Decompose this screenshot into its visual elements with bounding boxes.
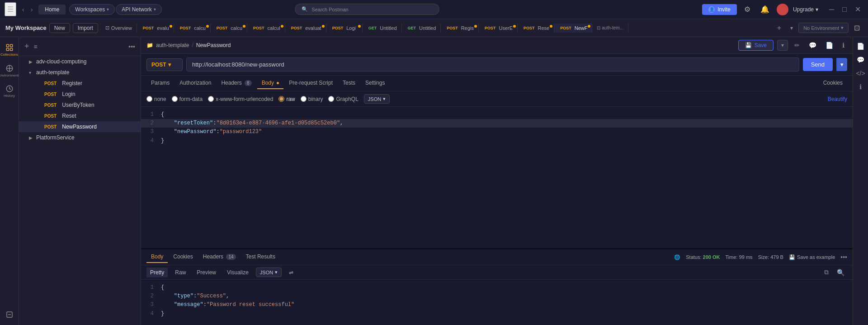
settings-icon-btn[interactable]: ⚙ [741,4,753,15]
right-icon-comment[interactable]: 💬 [855,54,866,65]
import-btn[interactable]: Import [73,23,98,33]
send-btn[interactable]: Send [803,58,833,71]
radio-graphql[interactable]: GraphQL [328,96,358,102]
copy-response-btn[interactable]: ⧉ [821,267,831,277]
workspaces-pill[interactable]: Workspaces ▾ [69,4,115,15]
tab-headers[interactable]: Headers 8 [217,77,256,89]
minimize-btn[interactable]: ─ [826,4,837,14]
tree-item-auth-template[interactable]: ▾ auth-template [19,67,141,78]
response-json-select[interactable]: JSON ▾ [256,268,282,277]
response-more-btn[interactable]: ••• [840,253,847,261]
tab-params[interactable]: Params [146,77,174,89]
sidebar-item-mock[interactable] [1,308,18,321]
tab-pre-request-script[interactable]: Pre-request Script [284,77,337,89]
comment-icon-btn[interactable]: 💬 [806,40,819,50]
save-dropdown-btn[interactable]: ▾ [777,40,788,51]
sidebar-item-environments[interactable]: Environments [1,62,18,81]
tab-post-logi[interactable]: POST Logi [326,24,363,33]
breadcrumb-separator: / [192,42,193,48]
send-dropdown-btn[interactable]: ▾ [836,58,847,71]
method-label-post: POST [42,91,58,97]
right-icon-code[interactable]: </> [854,68,867,79]
tab-post-evalu[interactable]: POST evalu [137,24,174,33]
resp-tab-test-results[interactable]: Test Results [241,251,280,263]
home-tab[interactable]: Home [38,5,66,14]
save-btn[interactable]: 💾 Save [738,40,774,51]
tab-cookies[interactable]: Cookies [819,77,847,89]
tab-get-untitled2[interactable]: GET Untitled [402,24,441,33]
tab-settings[interactable]: Settings [361,77,389,89]
edit-icon-btn[interactable]: ✏ [792,40,802,50]
back-btn[interactable]: ‹ [20,5,27,14]
tab-post-evaluat[interactable]: POST evaluat [285,24,326,33]
format-visualize-btn[interactable]: Visualize [223,268,252,277]
bell-icon-btn[interactable]: 🔔 [758,4,772,15]
tab-post-calcu2[interactable]: POST calcu [211,24,247,33]
tab-auth-tem[interactable]: ⊡ auth-tem... [592,24,628,32]
breadcrumb-folder[interactable]: auth-template [156,42,189,48]
tree-item-adv-cloud[interactable]: ▶ adv-cloud-computing [19,56,141,67]
forward-btn[interactable]: › [28,5,35,14]
tab-get-untitled1[interactable]: GET Untitled [363,24,402,33]
beautify-btn[interactable]: Beautify [828,96,847,102]
filter-response-btn[interactable]: ⇌ [285,268,297,277]
format-pretty-btn[interactable]: Pretty [146,268,168,277]
maximize-btn[interactable]: □ [840,4,849,14]
resp-tab-body[interactable]: Body [146,251,168,263]
doc-icon-btn[interactable]: 📄 [823,40,836,50]
tab-post-newf[interactable]: POST NewF [554,24,592,33]
radio-none[interactable]: none [146,96,166,102]
format-raw-btn[interactable]: Raw [171,268,189,277]
tab-post-usere[interactable]: POST UserE [479,24,518,33]
url-input[interactable] [186,57,799,72]
search-icon: 🔍 [302,6,308,12]
right-icon-info[interactable]: ℹ [858,81,863,92]
tab-overview[interactable]: ⊡ Overview [101,23,137,33]
code-line-2: 2 "resetToken" : "8d0163e4-e887-4696-afe… [141,119,853,128]
search-bar[interactable]: 🔍 Search Postman [295,4,439,15]
sidebar-item-history[interactable]: History [1,82,18,101]
tree-item-platformservice[interactable]: ▶ PlatformService [19,132,141,143]
api-network-pill[interactable]: API Network ▾ [116,4,162,15]
right-icon-document[interactable]: 📄 [855,41,866,52]
tab-body[interactable]: Body [257,77,284,89]
code-line-1: 1 { [146,110,847,119]
panel-more-btn[interactable]: ••• [127,42,136,51]
tree-item-userbytoken[interactable]: POST UserByToken [19,100,141,110]
new-btn[interactable]: New [49,23,70,33]
tree-item-reset[interactable]: POST Reset [19,110,141,121]
close-btn[interactable]: ✕ [852,4,863,14]
method-select[interactable]: POST ▾ [146,58,183,71]
radio-binary[interactable]: binary [301,96,323,102]
save-example-btn[interactable]: 💾 Save as example [789,254,835,260]
radio-urlencoded[interactable]: x-www-form-urlencoded [208,96,273,102]
tab-post-calcul[interactable]: POST calcul [247,24,285,33]
add-collection-btn[interactable]: + [24,41,30,52]
invite-btn[interactable]: 👤 Invite [702,4,737,15]
new-window-btn[interactable]: ⊡ [851,22,863,33]
resp-tab-cookies[interactable]: Cookies [169,251,197,263]
tab-post-calcu1[interactable]: POST calcu [174,24,211,33]
tab-post-rese[interactable]: POST Rese [518,24,554,33]
sidebar-item-collections[interactable]: Collections [1,41,18,60]
tree-item-login[interactable]: POST Login [19,89,141,100]
menu-icon-btn[interactable]: ☰ [5,2,16,16]
env-selector[interactable]: No Environment ▾ [798,23,849,33]
tab-tests[interactable]: Tests [338,77,360,89]
format-preview-btn[interactable]: Preview [193,268,220,277]
tab-authorization[interactable]: Authorization [175,77,216,89]
search-response-btn[interactable]: 🔍 [834,267,847,277]
add-tab-btn[interactable]: + [774,23,785,33]
json-format-select[interactable]: JSON ▾ [364,94,390,104]
tree-item-newpassword[interactable]: POST NewPassword [19,121,141,132]
request-body-editor[interactable]: 1 { 2 "resetToken" : "8d0163e4-e887-4696… [141,107,853,248]
filter-btn[interactable]: ≡ [33,42,38,51]
resp-tab-headers[interactable]: Headers 14 [198,251,241,263]
tree-item-register[interactable]: POST Register [19,78,141,89]
radio-form-data[interactable]: form-data [172,96,203,102]
radio-raw[interactable]: raw [278,96,295,102]
upgrade-btn[interactable]: Upgrade ▾ [793,6,818,13]
tab-post-regis[interactable]: POST Regis [441,24,479,33]
info-icon-btn[interactable]: ℹ [840,40,847,50]
more-tabs-btn[interactable]: ▾ [788,24,796,32]
